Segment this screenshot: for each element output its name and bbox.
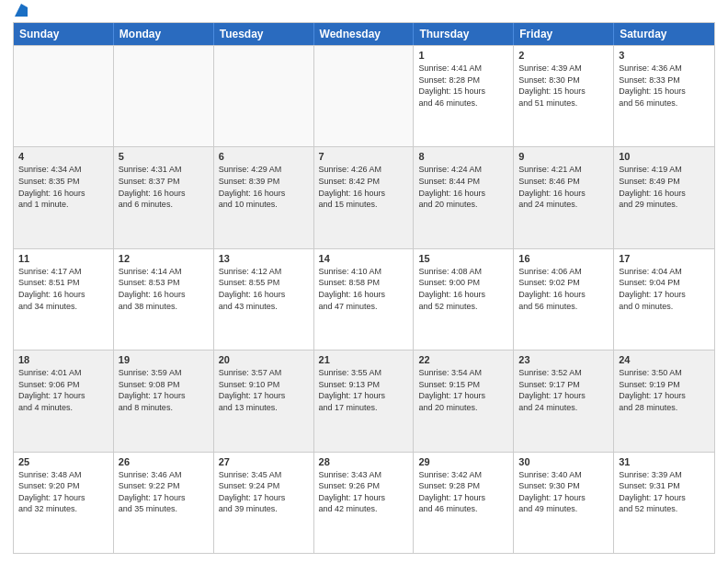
day-number: 1: [418, 50, 508, 61]
header-day-friday: Friday: [514, 23, 614, 45]
day-number: 18: [18, 354, 108, 365]
day-number: 20: [219, 354, 309, 365]
day-cell-15: 15Sunrise: 4:08 AM Sunset: 9:00 PM Dayli…: [414, 249, 514, 350]
day-number: 16: [518, 253, 609, 264]
day-number: 11: [18, 253, 108, 264]
day-number: 3: [619, 50, 710, 61]
day-info: Sunrise: 4:01 AM Sunset: 9:06 PM Dayligh…: [18, 367, 108, 413]
day-info: Sunrise: 4:36 AM Sunset: 8:33 PM Dayligh…: [619, 63, 710, 109]
day-number: 29: [418, 456, 508, 467]
header-day-wednesday: Wednesday: [314, 23, 415, 45]
day-cell-13: 13Sunrise: 4:12 AM Sunset: 8:55 PM Dayli…: [214, 249, 314, 350]
day-number: 24: [619, 354, 710, 365]
day-number: 21: [319, 354, 409, 365]
header-day-thursday: Thursday: [414, 23, 514, 45]
day-cell-30: 30Sunrise: 3:40 AM Sunset: 9:30 PM Dayli…: [514, 453, 614, 553]
day-number: 26: [119, 456, 209, 467]
day-cell-18: 18Sunrise: 4:01 AM Sunset: 9:06 PM Dayli…: [14, 350, 114, 451]
day-number: 30: [518, 456, 609, 467]
day-info: Sunrise: 4:08 AM Sunset: 9:00 PM Dayligh…: [418, 266, 508, 312]
calendar-row-1: 4Sunrise: 4:34 AM Sunset: 8:35 PM Daylig…: [14, 146, 714, 247]
calendar: SundayMondayTuesdayWednesdayThursdayFrid…: [13, 22, 715, 554]
day-number: 6: [219, 151, 309, 162]
day-cell-27: 27Sunrise: 3:45 AM Sunset: 9:24 PM Dayli…: [214, 453, 314, 553]
day-cell-28: 28Sunrise: 3:43 AM Sunset: 9:26 PM Dayli…: [314, 453, 415, 553]
day-cell-11: 11Sunrise: 4:17 AM Sunset: 8:51 PM Dayli…: [14, 249, 114, 350]
day-number: 28: [319, 456, 409, 467]
day-number: 4: [18, 151, 108, 162]
day-info: Sunrise: 3:39 AM Sunset: 9:31 PM Dayligh…: [619, 469, 710, 515]
day-number: 9: [518, 151, 609, 162]
calendar-row-2: 11Sunrise: 4:17 AM Sunset: 8:51 PM Dayli…: [14, 248, 714, 350]
day-info: Sunrise: 4:41 AM Sunset: 8:28 PM Dayligh…: [418, 63, 508, 109]
logo-icon: [15, 4, 28, 17]
day-info: Sunrise: 4:19 AM Sunset: 8:49 PM Dayligh…: [619, 164, 710, 210]
day-number: 5: [119, 151, 209, 162]
header-day-sunday: Sunday: [14, 23, 114, 45]
empty-cell-0-2: [214, 46, 314, 146]
day-cell-3: 3Sunrise: 4:36 AM Sunset: 8:33 PM Daylig…: [614, 46, 714, 146]
day-info: Sunrise: 4:34 AM Sunset: 8:35 PM Dayligh…: [18, 164, 108, 210]
day-cell-7: 7Sunrise: 4:26 AM Sunset: 8:42 PM Daylig…: [314, 147, 415, 247]
day-number: 7: [319, 151, 409, 162]
day-info: Sunrise: 3:46 AM Sunset: 9:22 PM Dayligh…: [119, 469, 209, 515]
day-number: 10: [619, 151, 710, 162]
header-day-monday: Monday: [114, 23, 214, 45]
header-day-saturday: Saturday: [614, 23, 714, 45]
day-info: Sunrise: 3:50 AM Sunset: 9:19 PM Dayligh…: [619, 367, 710, 413]
day-cell-8: 8Sunrise: 4:24 AM Sunset: 8:44 PM Daylig…: [414, 147, 514, 247]
day-cell-14: 14Sunrise: 4:10 AM Sunset: 8:58 PM Dayli…: [314, 249, 415, 350]
day-info: Sunrise: 3:54 AM Sunset: 9:15 PM Dayligh…: [418, 367, 508, 413]
logo-text: [13, 9, 28, 17]
day-info: Sunrise: 4:31 AM Sunset: 8:37 PM Dayligh…: [119, 164, 209, 210]
day-info: Sunrise: 3:52 AM Sunset: 9:17 PM Dayligh…: [518, 367, 609, 413]
day-number: 27: [219, 456, 309, 467]
calendar-row-4: 25Sunrise: 3:48 AM Sunset: 9:20 PM Dayli…: [14, 452, 714, 553]
day-info: Sunrise: 4:10 AM Sunset: 8:58 PM Dayligh…: [319, 266, 409, 312]
empty-cell-0-0: [14, 46, 114, 146]
day-cell-17: 17Sunrise: 4:04 AM Sunset: 9:04 PM Dayli…: [614, 249, 714, 350]
day-info: Sunrise: 4:29 AM Sunset: 8:39 PM Dayligh…: [219, 164, 309, 210]
day-number: 19: [119, 354, 209, 365]
day-info: Sunrise: 4:12 AM Sunset: 8:55 PM Dayligh…: [219, 266, 309, 312]
day-cell-16: 16Sunrise: 4:06 AM Sunset: 9:02 PM Dayli…: [514, 249, 614, 350]
day-number: 22: [418, 354, 508, 365]
day-cell-25: 25Sunrise: 3:48 AM Sunset: 9:20 PM Dayli…: [14, 453, 114, 553]
day-number: 12: [119, 253, 209, 264]
day-info: Sunrise: 4:21 AM Sunset: 8:46 PM Dayligh…: [518, 164, 609, 210]
empty-cell-0-3: [314, 46, 415, 146]
day-info: Sunrise: 3:42 AM Sunset: 9:28 PM Dayligh…: [418, 469, 508, 515]
svg-marker-0: [15, 4, 28, 17]
day-cell-23: 23Sunrise: 3:52 AM Sunset: 9:17 PM Dayli…: [514, 350, 614, 451]
calendar-header: SundayMondayTuesdayWednesdayThursdayFrid…: [14, 23, 714, 45]
day-number: 8: [418, 151, 508, 162]
day-number: 13: [219, 253, 309, 264]
day-cell-20: 20Sunrise: 3:57 AM Sunset: 9:10 PM Dayli…: [214, 350, 314, 451]
empty-cell-0-1: [114, 46, 214, 146]
day-number: 31: [619, 456, 710, 467]
day-info: Sunrise: 3:45 AM Sunset: 9:24 PM Dayligh…: [219, 469, 309, 515]
day-cell-21: 21Sunrise: 3:55 AM Sunset: 9:13 PM Dayli…: [314, 350, 415, 451]
day-cell-6: 6Sunrise: 4:29 AM Sunset: 8:39 PM Daylig…: [214, 147, 314, 247]
day-info: Sunrise: 4:24 AM Sunset: 8:44 PM Dayligh…: [418, 164, 508, 210]
day-cell-19: 19Sunrise: 3:59 AM Sunset: 9:08 PM Dayli…: [114, 350, 214, 451]
day-number: 23: [518, 354, 609, 365]
page: SundayMondayTuesdayWednesdayThursdayFrid…: [0, 0, 728, 563]
logo: [13, 9, 28, 17]
day-info: Sunrise: 4:17 AM Sunset: 8:51 PM Dayligh…: [18, 266, 108, 312]
calendar-body: 1Sunrise: 4:41 AM Sunset: 8:28 PM Daylig…: [14, 45, 714, 553]
header-day-tuesday: Tuesday: [214, 23, 314, 45]
day-cell-5: 5Sunrise: 4:31 AM Sunset: 8:37 PM Daylig…: [114, 147, 214, 247]
day-info: Sunrise: 4:14 AM Sunset: 8:53 PM Dayligh…: [119, 266, 209, 312]
day-cell-9: 9Sunrise: 4:21 AM Sunset: 8:46 PM Daylig…: [514, 147, 614, 247]
day-info: Sunrise: 3:43 AM Sunset: 9:26 PM Dayligh…: [319, 469, 409, 515]
day-info: Sunrise: 4:26 AM Sunset: 8:42 PM Dayligh…: [319, 164, 409, 210]
day-info: Sunrise: 4:39 AM Sunset: 8:30 PM Dayligh…: [518, 63, 609, 109]
day-number: 25: [18, 456, 108, 467]
calendar-row-3: 18Sunrise: 4:01 AM Sunset: 9:06 PM Dayli…: [14, 350, 714, 451]
day-number: 2: [518, 50, 609, 61]
day-cell-10: 10Sunrise: 4:19 AM Sunset: 8:49 PM Dayli…: [614, 147, 714, 247]
day-info: Sunrise: 3:40 AM Sunset: 9:30 PM Dayligh…: [518, 469, 609, 515]
day-cell-24: 24Sunrise: 3:50 AM Sunset: 9:19 PM Dayli…: [614, 350, 714, 451]
day-info: Sunrise: 3:59 AM Sunset: 9:08 PM Dayligh…: [119, 367, 209, 413]
